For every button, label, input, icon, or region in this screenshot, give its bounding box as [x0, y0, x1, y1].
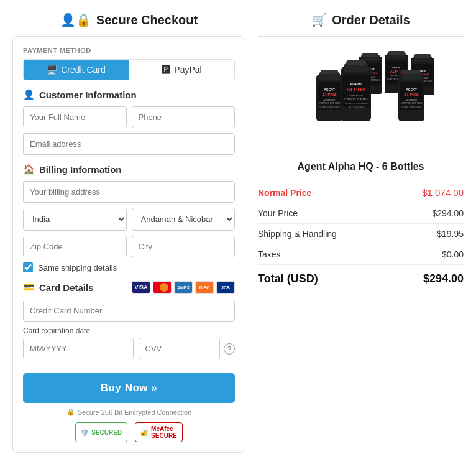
order-title: Order Details	[332, 13, 410, 27]
order-divider	[258, 36, 464, 37]
svg-rect-45	[321, 70, 338, 74]
svg-text:AGENT: AGENT	[406, 88, 417, 91]
zip-city-row	[23, 236, 235, 257]
credit-card-tab[interactable]: 🖥️ Credit Card	[24, 60, 129, 80]
svg-rect-10	[388, 51, 405, 55]
expiry-label: Card expiration date	[23, 327, 235, 335]
taxes-row: Taxes $0.00	[258, 244, 464, 265]
checkout-header: 👤🔒 Secure Checkout	[12, 12, 245, 27]
svg-text:DIETARY SUPPLEMENT: DIETARY SUPPLEMENT	[344, 103, 368, 105]
product-image-wrap: AGENT ALPHA ADVANCED COMPLEX FOR MEN AGE…	[258, 47, 464, 155]
expiry-input[interactable]	[23, 338, 134, 359]
expiry-cvv-row: ?	[23, 338, 235, 359]
email-row	[23, 133, 235, 155]
cart-icon: 🛒	[311, 12, 327, 27]
svg-rect-18	[362, 53, 378, 57]
expiry-section: Card expiration date ?	[23, 327, 235, 359]
credit-card-tab-label: Credit Card	[61, 65, 106, 75]
secure-note: 🔒 Secure 256 Bit Encrypted Connection	[23, 408, 235, 416]
svg-rect-26	[403, 70, 420, 74]
svg-text:ADVANCED: ADVANCED	[323, 99, 336, 101]
svg-text:ALPHA: ALPHA	[390, 70, 403, 73]
mcafee-label: McAfee SECURE	[151, 425, 177, 439]
card-icon: 💳	[23, 282, 35, 293]
checkout-title: Secure Checkout	[96, 13, 198, 27]
total-label: Total (USD)	[258, 272, 318, 285]
email-input[interactable]	[23, 133, 235, 155]
trust-badges: 🛡️ SECURED 🔐 McAfee SECURE	[23, 422, 235, 442]
billing-icon: 🏠	[23, 164, 35, 175]
checkout-panel: 👤🔒 Secure Checkout PAYMENT METHOD 🖥️ Cre…	[12, 12, 245, 453]
country-state-row: India Andaman & Nicobar	[23, 208, 235, 231]
card-details-title: 💳 Card Details	[23, 282, 94, 293]
jcb-icon: JCB	[216, 281, 235, 294]
country-select[interactable]: India	[23, 208, 127, 231]
buy-now-button[interactable]: Buy Now »	[23, 373, 235, 403]
order-panel: 🛒 Order Details AGENT ALPHA ADVANCED COM…	[258, 12, 464, 288]
shipping-label: Shipping & Handling	[258, 229, 337, 239]
card-number-input[interactable]	[23, 300, 235, 322]
cvv-wrap: ?	[139, 338, 236, 359]
svg-rect-2	[414, 54, 431, 58]
customer-info-title: 👤 Customer Information	[23, 89, 235, 100]
svg-text:COMPLEX FOR MEN: COMPLEX FOR MEN	[400, 102, 422, 104]
paypal-tab-label: PayPal	[174, 65, 201, 75]
your-price-label: Your Price	[258, 208, 298, 218]
shipping-row: Shipping & Handling $19.95	[258, 224, 464, 244]
billing-address-input[interactable]	[23, 181, 235, 203]
cvv-help-icon[interactable]: ?	[224, 343, 235, 355]
svg-text:DIETARY SUPPLEMENT: DIETARY SUPPLEMENT	[319, 106, 340, 109]
svg-text:DIETARY SUPPLEMENT: DIETARY SUPPLEMENT	[401, 106, 422, 109]
svg-text:ALPHA: ALPHA	[403, 93, 418, 97]
full-name-input[interactable]	[23, 106, 127, 128]
amex-icon: AMEX	[174, 281, 193, 294]
product-name: Agent Alpha HQ - 6 Bottles	[258, 161, 464, 172]
zip-input[interactable]	[23, 236, 127, 257]
svg-text:ADVANCED: ADVANCED	[405, 99, 418, 101]
card-number-row	[23, 300, 235, 322]
normal-price-value: $1,074.00	[422, 187, 464, 198]
svg-text:ADVANCED: ADVANCED	[349, 94, 363, 97]
city-input[interactable]	[132, 236, 236, 257]
taxes-label: Taxes	[258, 249, 281, 259]
svg-text:AGENT: AGENT	[324, 88, 335, 91]
name-phone-row	[23, 106, 235, 128]
your-price-value: $294.00	[432, 208, 464, 218]
svg-text:ALPHA: ALPHA	[321, 93, 336, 97]
paypal-icon: 🅿	[162, 65, 170, 75]
same-shipping-row: Same shipping details	[23, 262, 235, 272]
product-image: AGENT ALPHA ADVANCED COMPLEX FOR MEN AGE…	[274, 47, 448, 152]
normal-price-row: Normal Price $1,074.00	[258, 182, 464, 203]
card-details-header: 💳 Card Details VISA AMEX DISC	[23, 281, 235, 294]
mcafee-badge: 🔐 McAfee SECURE	[135, 422, 183, 442]
card-icons: VISA AMEX DISC JCB	[132, 281, 235, 294]
credit-card-icon: 🖥️	[47, 65, 57, 75]
visa-icon: VISA	[132, 281, 150, 294]
shield-icon: 🛡️	[81, 429, 88, 436]
phone-input[interactable]	[132, 106, 236, 128]
secured-label: SECURED	[91, 429, 122, 436]
state-select[interactable]: Andaman & Nicobar	[132, 208, 236, 231]
svg-text:COMPLEX FOR MEN: COMPLEX FOR MEN	[318, 102, 340, 104]
order-header: 🛒 Order Details	[258, 12, 464, 27]
total-value: $294.00	[423, 272, 464, 285]
lock-small-icon: 🔒	[66, 408, 75, 416]
discover-icon: DISC	[195, 281, 214, 294]
mastercard-icon	[153, 281, 172, 294]
svg-text:30 CAPSULES: 30 CAPSULES	[349, 106, 364, 109]
svg-text:AGENT: AGENT	[350, 82, 362, 86]
payment-tabs: 🖥️ Credit Card 🅿 PayPal	[23, 59, 235, 80]
svg-text:COMPLEX FOR MEN: COMPLEX FOR MEN	[344, 98, 368, 101]
billing-address-row	[23, 181, 235, 203]
same-shipping-label: Same shipping details	[38, 263, 117, 272]
shipping-value: $19.95	[437, 229, 464, 239]
taxes-value: $0.00	[442, 249, 464, 259]
person-icon: 👤	[23, 89, 35, 100]
cvv-input[interactable]	[139, 338, 221, 359]
payment-method-label: PAYMENT METHOD	[23, 47, 235, 54]
paypal-tab[interactable]: 🅿 PayPal	[129, 60, 234, 80]
same-shipping-checkbox[interactable]	[23, 262, 33, 272]
secured-badge: 🛡️ SECURED	[75, 422, 127, 442]
normal-price-label: Normal Price	[258, 188, 311, 198]
checkout-box: PAYMENT METHOD 🖥️ Credit Card 🅿 PayPal 👤…	[12, 36, 245, 453]
